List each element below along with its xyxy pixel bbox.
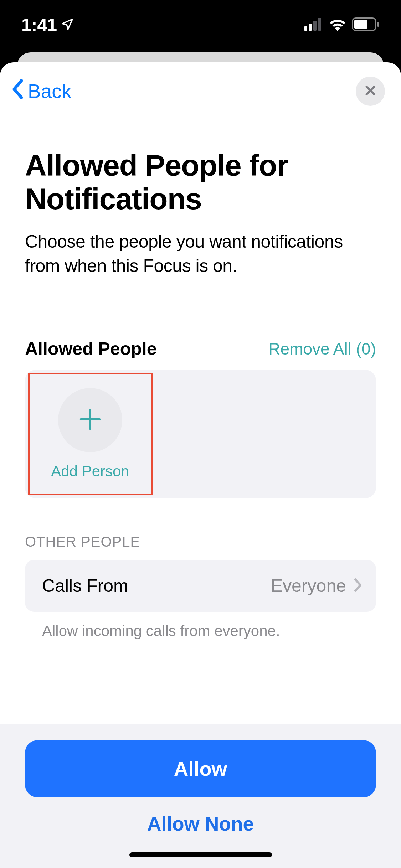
svg-rect-0: [304, 26, 307, 31]
plus-circle: [58, 388, 122, 452]
back-button[interactable]: Back: [11, 79, 71, 104]
wifi-icon: [328, 17, 347, 32]
svg-rect-6: [377, 22, 379, 27]
modal-sheet: Back Allowed People for Notifications Ch…: [0, 62, 401, 868]
chevron-right-icon: [353, 578, 363, 594]
battery-icon: [352, 17, 380, 32]
chevron-left-icon: [11, 79, 25, 104]
svg-rect-5: [354, 20, 367, 29]
calls-from-label: Calls From: [42, 575, 271, 596]
page-title: Allowed People for Notifications: [25, 149, 376, 216]
plus-icon: [78, 407, 103, 433]
remove-all-button[interactable]: Remove All (0): [268, 339, 376, 358]
status-bar: 1:41: [0, 0, 401, 50]
cellular-icon: [304, 18, 323, 32]
close-icon: [364, 84, 377, 98]
other-people-heading: OTHER PEOPLE: [25, 534, 376, 550]
bottom-action-bar: Allow Allow None: [0, 724, 401, 868]
add-person-label: Add Person: [51, 463, 129, 480]
svg-rect-1: [309, 24, 312, 31]
allowed-people-heading: Allowed People: [25, 339, 157, 359]
add-person-button[interactable]: Add Person: [28, 373, 153, 495]
calls-from-footer: Allow incoming calls from everyone.: [25, 622, 376, 640]
allow-button[interactable]: Allow: [25, 740, 376, 797]
home-indicator[interactable]: [129, 852, 272, 857]
svg-rect-3: [318, 18, 321, 31]
close-button[interactable]: [356, 77, 385, 106]
svg-rect-2: [313, 21, 317, 31]
page-subtitle: Choose the people you want notifications…: [25, 230, 376, 278]
status-time: 1:41: [21, 15, 57, 35]
calls-from-value: Everyone: [271, 575, 346, 596]
allow-none-button[interactable]: Allow None: [25, 797, 376, 852]
calls-from-row[interactable]: Calls From Everyone: [25, 560, 376, 612]
allowed-people-container: Add Person: [25, 370, 376, 498]
back-label: Back: [28, 80, 71, 103]
location-icon: [61, 15, 74, 35]
